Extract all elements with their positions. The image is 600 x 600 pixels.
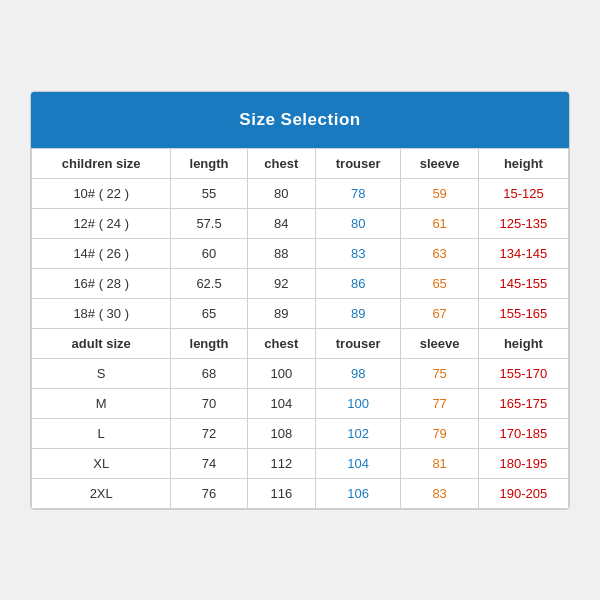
sleeve-cell: 59	[401, 178, 478, 208]
chest-cell: 84	[247, 208, 315, 238]
size-cell: 14# ( 26 )	[32, 238, 171, 268]
trouser-cell: 98	[315, 358, 400, 388]
trouser-cell: 89	[315, 298, 400, 328]
trouser-cell: 86	[315, 268, 400, 298]
trouser-cell: 83	[315, 238, 400, 268]
length-cell: 74	[171, 448, 247, 478]
chest-cell: 100	[247, 358, 315, 388]
length-cell: 70	[171, 388, 247, 418]
height-cell: 155-170	[478, 358, 568, 388]
length-cell: 57.5	[171, 208, 247, 238]
size-table: children size length chest trouser sleev…	[31, 148, 569, 509]
sleeve-cell: 61	[401, 208, 478, 238]
col-chest: chest	[247, 148, 315, 178]
chest-cell: 112	[247, 448, 315, 478]
col-adult-size: adult size	[32, 328, 171, 358]
table-row: M 70 104 100 77 165-175	[32, 388, 569, 418]
col-sleeve: sleeve	[401, 148, 478, 178]
chest-cell: 108	[247, 418, 315, 448]
height-cell: 170-185	[478, 418, 568, 448]
trouser-cell: 102	[315, 418, 400, 448]
chest-cell: 89	[247, 298, 315, 328]
sleeve-cell: 63	[401, 238, 478, 268]
chest-cell: 92	[247, 268, 315, 298]
table-row: 16# ( 28 ) 62.5 92 86 65 145-155	[32, 268, 569, 298]
size-cell: 12# ( 24 )	[32, 208, 171, 238]
sleeve-cell: 65	[401, 268, 478, 298]
trouser-cell: 80	[315, 208, 400, 238]
size-cell: 10# ( 22 )	[32, 178, 171, 208]
sleeve-cell: 77	[401, 388, 478, 418]
height-cell: 155-165	[478, 298, 568, 328]
length-cell: 60	[171, 238, 247, 268]
table-row: 14# ( 26 ) 60 88 83 63 134-145	[32, 238, 569, 268]
size-cell: M	[32, 388, 171, 418]
card-title: Size Selection	[31, 92, 569, 148]
adult-header-row: adult size length chest trouser sleeve h…	[32, 328, 569, 358]
trouser-cell: 100	[315, 388, 400, 418]
sleeve-cell: 79	[401, 418, 478, 448]
col-adult-sleeve: sleeve	[401, 328, 478, 358]
trouser-cell: 106	[315, 478, 400, 508]
height-cell: 134-145	[478, 238, 568, 268]
chest-cell: 116	[247, 478, 315, 508]
table-row: 18# ( 30 ) 65 89 89 67 155-165	[32, 298, 569, 328]
height-cell: 165-175	[478, 388, 568, 418]
size-cell: S	[32, 358, 171, 388]
size-cell: 2XL	[32, 478, 171, 508]
table-row: S 68 100 98 75 155-170	[32, 358, 569, 388]
chest-cell: 104	[247, 388, 315, 418]
size-cell: XL	[32, 448, 171, 478]
length-cell: 65	[171, 298, 247, 328]
chest-cell: 88	[247, 238, 315, 268]
sleeve-cell: 83	[401, 478, 478, 508]
size-selection-card: Size Selection children size length ches…	[30, 91, 570, 510]
height-cell: 190-205	[478, 478, 568, 508]
col-length: length	[171, 148, 247, 178]
children-header-row: children size length chest trouser sleev…	[32, 148, 569, 178]
col-adult-trouser: trouser	[315, 328, 400, 358]
trouser-cell: 104	[315, 448, 400, 478]
col-adult-length: length	[171, 328, 247, 358]
col-trouser: trouser	[315, 148, 400, 178]
table-row: XL 74 112 104 81 180-195	[32, 448, 569, 478]
sleeve-cell: 75	[401, 358, 478, 388]
chest-cell: 80	[247, 178, 315, 208]
height-cell: 125-135	[478, 208, 568, 238]
size-cell: L	[32, 418, 171, 448]
col-adult-height: height	[478, 328, 568, 358]
col-adult-chest: chest	[247, 328, 315, 358]
sleeve-cell: 81	[401, 448, 478, 478]
sleeve-cell: 67	[401, 298, 478, 328]
table-row: L 72 108 102 79 170-185	[32, 418, 569, 448]
trouser-cell: 78	[315, 178, 400, 208]
length-cell: 55	[171, 178, 247, 208]
length-cell: 62.5	[171, 268, 247, 298]
height-cell: 15-125	[478, 178, 568, 208]
col-children-size: children size	[32, 148, 171, 178]
table-row: 12# ( 24 ) 57.5 84 80 61 125-135	[32, 208, 569, 238]
size-cell: 18# ( 30 )	[32, 298, 171, 328]
length-cell: 68	[171, 358, 247, 388]
height-cell: 145-155	[478, 268, 568, 298]
table-row: 2XL 76 116 106 83 190-205	[32, 478, 569, 508]
length-cell: 76	[171, 478, 247, 508]
length-cell: 72	[171, 418, 247, 448]
col-height: height	[478, 148, 568, 178]
size-cell: 16# ( 28 )	[32, 268, 171, 298]
table-row: 10# ( 22 ) 55 80 78 59 15-125	[32, 178, 569, 208]
height-cell: 180-195	[478, 448, 568, 478]
